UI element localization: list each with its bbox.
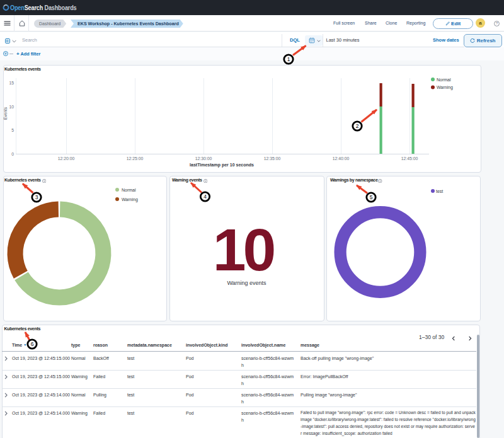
svg-text:2: 2 [356, 123, 359, 129]
svg-text:1: 1 [287, 56, 290, 62]
svg-text:4: 4 [203, 193, 207, 200]
svg-text:3: 3 [35, 194, 38, 200]
svg-text:6: 6 [31, 341, 34, 347]
svg-text:5: 5 [370, 194, 373, 200]
